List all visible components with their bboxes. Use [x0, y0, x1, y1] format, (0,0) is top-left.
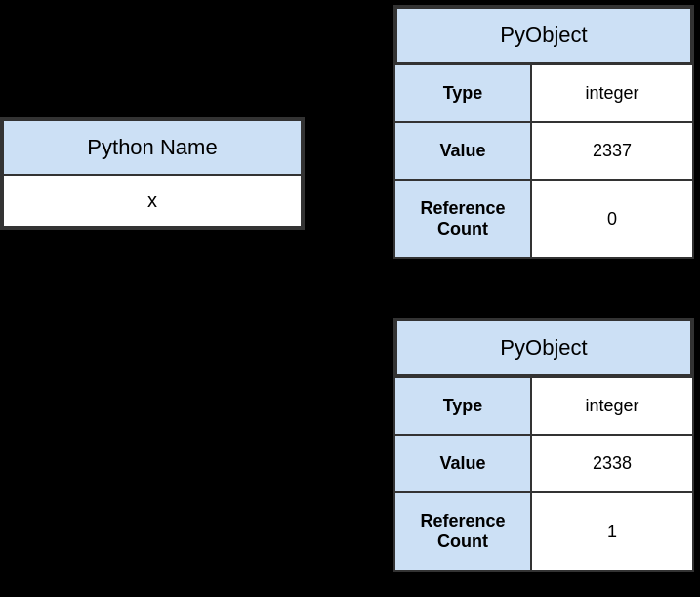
pyobject1-value-label: Value: [395, 123, 532, 179]
python-name-table: Python Name x: [0, 117, 305, 230]
python-name-value: x: [3, 175, 302, 227]
pyobject2-type-row: Type integer: [395, 376, 692, 434]
pyobject1-type-value: integer: [532, 65, 692, 121]
pyobject2-value-value: 2338: [532, 436, 692, 491]
pyobject2-refcount-row: Reference Count 1: [395, 491, 692, 570]
pyobject2-value-row: Value 2338: [395, 434, 692, 491]
pyobject2-title: PyObject: [396, 320, 691, 375]
pyobject-table-2: PyObject Type integer Value 2338 Referen…: [393, 318, 694, 572]
pyobject1-refcount-label: Reference Count: [395, 181, 532, 257]
python-name-header: Python Name: [3, 120, 302, 175]
pyobject1-type-row: Type integer: [395, 64, 692, 121]
pyobject2-refcount-value: 1: [532, 493, 692, 570]
pyobject2-refcount-label: Reference Count: [395, 493, 532, 570]
pyobject1-refcount-value: 0: [532, 181, 692, 257]
pyobject2-type-value: integer: [532, 378, 692, 434]
pyobject1-value-row: Value 2337: [395, 121, 692, 179]
canvas: Python Name x PyObject Type integer Valu…: [0, 0, 700, 597]
pyobject1-value-value: 2337: [532, 123, 692, 179]
pyobject1-title: PyObject: [396, 8, 691, 63]
pyobject1-type-label: Type: [395, 65, 532, 121]
pyobject2-value-label: Value: [395, 436, 532, 491]
pyobject2-type-label: Type: [395, 378, 532, 434]
pyobject1-refcount-row: Reference Count 0: [395, 179, 692, 257]
pyobject-table-1: PyObject Type integer Value 2337 Referen…: [393, 5, 694, 259]
